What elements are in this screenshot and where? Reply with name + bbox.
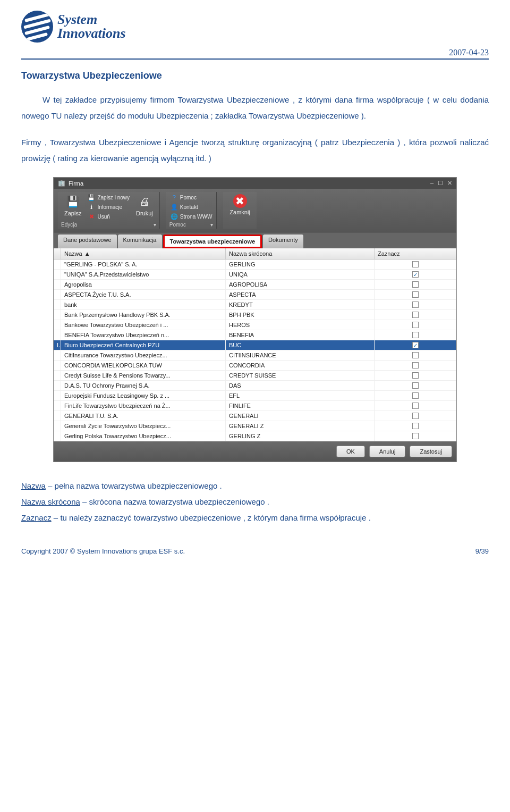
table-row[interactable]: FinLife Towarzystwo Ubezpieczeń na Ż...F… (54, 401, 456, 411)
table-row[interactable]: bankKREDYT (54, 300, 456, 310)
table-row[interactable]: IBiuro Ubezpieczeń Centralnych PZUBUC✓ (54, 340, 456, 350)
ok-button[interactable]: OK (336, 446, 365, 457)
cell-zaznacz[interactable] (375, 401, 456, 411)
tab-komunikacja[interactable]: Komunikacja (118, 235, 162, 248)
cell-zaznacz[interactable] (375, 391, 456, 400)
cell-zaznacz[interactable] (375, 350, 456, 360)
cell-zaznacz[interactable] (375, 431, 456, 441)
apply-button[interactable]: Zastosuj (410, 446, 452, 457)
delete-button[interactable]: ✖Usuń (87, 212, 131, 221)
checkbox[interactable] (412, 413, 419, 419)
cell-zaznacz[interactable] (375, 290, 456, 299)
table-row[interactable]: Bankowe Towarzystwo Ubezpieczeń i ...HER… (54, 320, 456, 330)
row-marker (54, 401, 61, 411)
tab-dane-podstawowe[interactable]: Dane podstawowe (58, 235, 117, 248)
cell-zaznacz[interactable] (375, 300, 456, 309)
checkbox[interactable] (412, 352, 419, 358)
tab-towarzystwa[interactable]: Towarzystwa ubezpieczeniowe (163, 235, 262, 248)
checkbox[interactable] (412, 281, 419, 288)
cell-skrocona: BUC (226, 340, 375, 350)
page-header: System Innovations 2007-04-23 (21, 11, 489, 60)
close-button[interactable]: ✖ Zamknij (226, 193, 253, 216)
cancel-button[interactable]: Anuluj (369, 446, 406, 457)
close-icon[interactable]: ✕ (447, 180, 452, 187)
cell-zaznacz[interactable] (375, 320, 456, 330)
cell-zaznacz[interactable] (375, 330, 456, 340)
cell-zaznacz[interactable] (375, 310, 456, 320)
checkbox[interactable] (412, 322, 419, 328)
cell-nazwa: bank (61, 300, 226, 309)
row-marker (54, 391, 61, 400)
table-row[interactable]: D.A.S. TU Ochrony Prawnej S.A.DAS (54, 381, 456, 391)
cell-skrocona: UNIQA (226, 270, 375, 279)
cell-zaznacz[interactable]: ✓ (375, 270, 456, 279)
cell-zaznacz[interactable] (375, 421, 456, 431)
row-marker: I (54, 340, 61, 350)
col-skrocona[interactable]: Nazwa skrócona (226, 248, 375, 259)
save-button[interactable]: 💾 Zapisz (61, 193, 84, 217)
checkbox[interactable] (412, 382, 419, 389)
contact-button[interactable]: 👤Kontakt (169, 203, 214, 211)
checkbox[interactable]: ✓ (412, 271, 419, 278)
table-row[interactable]: CONCORDIA WIELKOPOLSKA TUWCONCORDIA (54, 361, 456, 371)
checkbox[interactable] (412, 261, 419, 267)
cell-nazwa: "UNIQA" S.A.Przedstawicielstwo (61, 270, 226, 279)
cell-zaznacz[interactable] (375, 381, 456, 390)
cell-skrocona: BENEFIA (226, 330, 375, 340)
table-row[interactable]: BENEFIA Towarzystwo Ubezpieczeń n...BENE… (54, 330, 456, 340)
cell-zaznacz[interactable] (375, 259, 456, 269)
copyright: Copyright 2007 © System Innovations grup… (21, 547, 185, 555)
cell-zaznacz[interactable] (375, 280, 456, 289)
app-window: 🏢 Firma – ☐ ✕ 💾 Zapisz 💾Zapisz i nowy (53, 177, 457, 462)
print-icon: 🖨 (137, 194, 152, 209)
checkbox[interactable] (412, 423, 419, 429)
cell-skrocona: ASPECTA (226, 290, 375, 299)
table-row[interactable]: "UNIQA" S.A.PrzedstawicielstwoUNIQA✓ (54, 270, 456, 280)
save-new-button[interactable]: 💾Zapisz i nowy (87, 193, 131, 202)
checkbox[interactable]: ✓ (412, 342, 419, 348)
table-row[interactable]: AgropolisaAGROPOLISA (54, 280, 456, 290)
table-row[interactable]: Europejski Fundusz Leasingowy Sp. z ...E… (54, 391, 456, 401)
checkbox[interactable] (412, 312, 419, 318)
col-zaznacz[interactable]: Zaznacz (375, 248, 456, 259)
col-nazwa[interactable]: Nazwa ▲ (61, 248, 226, 259)
dialog-buttons: OK Anuluj Zastosuj (54, 441, 456, 462)
table-row[interactable]: ASPECTA Życie T.U. S.A.ASPECTA (54, 290, 456, 300)
print-button[interactable]: 🖨 Drukuj (133, 193, 156, 217)
checkbox[interactable] (412, 372, 419, 379)
cell-zaznacz[interactable] (375, 411, 456, 421)
cell-nazwa: ASPECTA Życie T.U. S.A. (61, 290, 226, 299)
minimize-icon[interactable]: – (430, 180, 434, 187)
www-button[interactable]: 🌐Strona WWW (169, 212, 214, 221)
logo: System Innovations (21, 11, 126, 43)
table-row[interactable]: "GERLING - POLSKA" S. A.GERLING (54, 259, 456, 270)
row-marker (54, 259, 61, 269)
table-row[interactable]: GENERALI T.U. S.A.GENERALI (54, 411, 456, 421)
info-button[interactable]: ℹInformacje (87, 203, 131, 211)
checkbox[interactable] (412, 302, 419, 308)
maximize-icon[interactable]: ☐ (438, 180, 443, 187)
tab-dokumenty[interactable]: Dokumenty (263, 235, 303, 248)
checkbox[interactable] (412, 362, 419, 369)
cell-zaznacz[interactable] (375, 361, 456, 370)
help-button[interactable]: ?Pomoc (169, 193, 214, 202)
checkbox[interactable] (412, 392, 419, 399)
table-row[interactable]: Gerling Polska Towarzystwo Ubezpiecz...G… (54, 431, 456, 441)
cell-skrocona: CONCORDIA (226, 361, 375, 370)
cell-skrocona: FINLIFE (226, 401, 375, 411)
window-title: Firma (69, 180, 83, 187)
table-row[interactable]: Generali Życie Towarzystwo Ubezpiecz...G… (54, 421, 456, 431)
table-row[interactable]: Credyt Suisse Life & Pensions Towarzy...… (54, 371, 456, 381)
cell-skrocona: GERLING Z (226, 431, 375, 441)
checkbox[interactable] (412, 403, 419, 409)
cell-zaznacz[interactable] (375, 371, 456, 380)
table-row[interactable]: Bank Pprzemysłowo Handlowy PBK S.A.BPH P… (54, 310, 456, 320)
checkbox[interactable] (412, 291, 419, 298)
table-row[interactable]: CitiInsurance Towarzystwo Ubezpiecz...CI… (54, 350, 456, 361)
save-icon: 💾 (65, 194, 80, 209)
cell-skrocona: GERLING (226, 259, 375, 269)
help-label: Pomoc (180, 195, 197, 200)
cell-zaznacz[interactable]: ✓ (375, 340, 456, 350)
checkbox[interactable] (412, 433, 419, 439)
checkbox[interactable] (412, 332, 419, 338)
